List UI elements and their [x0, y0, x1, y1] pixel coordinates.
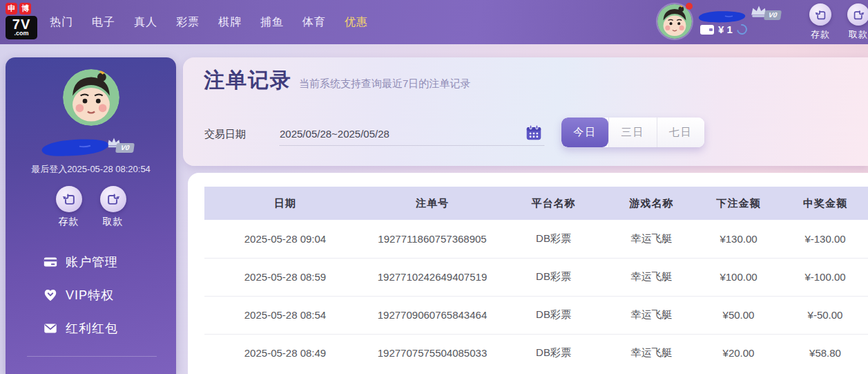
sidebar-quick-actions: 存款取款: [6, 186, 176, 228]
cell-game: 幸运飞艇: [608, 220, 695, 258]
balance-amount: ¥ 1: [718, 24, 733, 35]
tab-3days[interactable]: 三日: [608, 118, 656, 147]
top-navbar: 申 博 7V .com 热门电子真人彩票棋牌捕鱼体育优惠 V0 ¥ 1 存款取款: [0, 0, 868, 44]
sidebar-item-vip[interactable]: VIP特权: [6, 279, 176, 312]
sidebar-item-bonus[interactable]: 红利红包: [6, 312, 176, 345]
logo-badge-2: 博: [19, 3, 31, 15]
cell-win_amount: ¥-50.00: [782, 296, 868, 334]
bet-table-body: 2025-05-28 09:041927711860757368905DB彩票幸…: [204, 220, 868, 372]
cell-bet_amount: ¥50.00: [695, 296, 782, 334]
table-row: 2025-05-28 08:491927707575504085033DB彩票幸…: [204, 334, 868, 372]
refresh-balance-icon[interactable]: [735, 22, 749, 37]
cell-game: 幸运飞艇: [608, 258, 695, 296]
cell-platform: DB彩票: [499, 220, 608, 258]
tab-today[interactable]: 今日: [561, 118, 608, 147]
logo-suffix: .com: [6, 30, 37, 37]
withdraw-label: 取款: [100, 216, 126, 228]
vip-level-tag: V0: [115, 143, 135, 153]
sidebar-menu: 账户管理VIP特权红利红包: [6, 245, 176, 345]
col-platform: 平台名称: [499, 187, 608, 220]
title-row: 注单记录 当前系统支持查询最近7日的注单记录: [204, 66, 470, 95]
withdraw-label: 取款: [847, 28, 868, 41]
cell-platform: DB彩票: [499, 334, 608, 372]
nav-item-lottery[interactable]: 彩票: [176, 15, 200, 30]
vip-badge: V0: [750, 4, 786, 22]
censored-username: [696, 10, 747, 24]
vip-level-tag: V0: [764, 10, 782, 20]
deposit-label: 存款: [56, 216, 82, 228]
cell-win_amount: ¥58.80: [782, 334, 868, 372]
withdraw-icon: [847, 3, 868, 26]
cell-bet_no: 1927710242649407519: [366, 258, 499, 296]
avatar-image: [63, 69, 119, 126]
topbar-quick-deposit[interactable]: 存款: [809, 3, 831, 41]
col-bet_amount: 下注金额: [695, 187, 782, 220]
table-row: 2025-05-28 09:041927711860757368905DB彩票幸…: [204, 220, 868, 258]
date-range-field[interactable]: 2025/05/28~2025/05/28: [280, 117, 544, 146]
logo-badges: 申 博: [6, 3, 44, 15]
col-date: 日期: [204, 187, 366, 220]
nav-item-hot[interactable]: 热门: [50, 15, 73, 30]
menu-label-vip: VIP特权: [66, 287, 114, 303]
sidebar: V0 最后登入2025-05-28 08:20:54 存款取款 账户管理VIP特…: [6, 57, 176, 374]
logo-text: 7V: [6, 17, 37, 31]
cell-game: 幸运飞艇: [608, 334, 695, 372]
avatar-image: [657, 4, 692, 39]
last-login-text: 最后登入2025-05-28 08:20:54: [6, 163, 176, 176]
cell-bet_amount: ¥130.00: [695, 220, 782, 258]
cell-date: 2025-05-28 08:59: [204, 258, 366, 296]
nav-item-promo[interactable]: 优惠: [345, 15, 368, 30]
cell-win_amount: ¥-100.00: [782, 258, 868, 296]
menu-label-bonus: 红利红包: [66, 320, 118, 337]
cell-bet_amount: ¥100.00: [695, 258, 782, 296]
censored-username: [37, 135, 112, 159]
menu-label-account: 账户管理: [66, 254, 118, 270]
sidebar-action-deposit[interactable]: 存款: [56, 186, 82, 228]
user-avatar[interactable]: [657, 4, 692, 39]
table-header-row: 日期注单号平台名称游戏名称下注金额中奖金额: [204, 187, 868, 220]
app-window: 申 博 7V .com 热门电子真人彩票棋牌捕鱼体育优惠 V0 ¥ 1 存款取款: [0, 0, 868, 374]
nav-item-live[interactable]: 真人: [134, 15, 157, 30]
cell-platform: DB彩票: [499, 258, 608, 296]
nav-item-fishing[interactable]: 捕鱼: [260, 15, 284, 30]
main-nav: 热门电子真人彩票棋牌捕鱼体育优惠: [50, 0, 368, 44]
date-filter-label: 交易日期: [204, 128, 246, 141]
cell-bet_no: 1927709060765843464: [366, 296, 499, 334]
deposit-icon: [56, 186, 82, 212]
cell-date: 2025-05-28 09:04: [204, 220, 366, 258]
cell-bet_no: 1927707575504085033: [366, 334, 499, 372]
topbar-quick-withdraw[interactable]: 取款: [847, 3, 868, 41]
cell-win_amount: ¥-130.00: [782, 220, 868, 258]
card-icon: [43, 254, 58, 270]
date-range-tabs: 今日三日七日: [561, 118, 704, 147]
sidebar-item-account[interactable]: 账户管理: [6, 245, 176, 279]
nav-item-slots[interactable]: 电子: [92, 15, 115, 30]
bet-table: 日期注单号平台名称游戏名称下注金额中奖金额 2025-05-28 09:0419…: [204, 187, 868, 372]
wallet-icon: [700, 25, 714, 35]
gem-icon: [43, 288, 58, 303]
cell-bet_no: 1927711860757368905: [366, 220, 499, 258]
withdraw-icon: [100, 186, 126, 212]
deposit-icon: [809, 3, 831, 26]
tab-7days[interactable]: 七日: [657, 118, 704, 147]
balance-row: ¥ 1: [700, 24, 747, 35]
cell-date: 2025-05-28 08:54: [204, 296, 366, 334]
nav-item-cards[interactable]: 棋牌: [218, 15, 242, 30]
calendar-icon[interactable]: [525, 124, 543, 142]
bet-table-head: 日期注单号平台名称游戏名称下注金额中奖金额: [204, 187, 868, 220]
cell-bet_amount: ¥20.00: [695, 334, 782, 372]
nav-item-sports[interactable]: 体育: [302, 15, 326, 30]
page-title: 注单记录: [204, 66, 292, 95]
sidebar-action-withdraw[interactable]: 取款: [100, 186, 126, 228]
logo-box: 7V .com: [6, 16, 37, 39]
cell-game: 幸运飞艇: [608, 296, 695, 334]
cell-date: 2025-05-28 08:49: [204, 334, 366, 372]
brand-logo[interactable]: 申 博 7V .com: [6, 3, 44, 41]
page-header-card: 注单记录 当前系统支持查询最近7日的注单记录 交易日期 2025/05/28~2…: [183, 57, 868, 166]
notification-dot: [686, 3, 693, 10]
sidebar-avatar[interactable]: [63, 69, 119, 126]
table-row: 2025-05-28 08:591927710242649407519DB彩票幸…: [204, 258, 868, 296]
deposit-label: 存款: [809, 28, 831, 41]
envelope-icon: [43, 321, 58, 336]
logo-badge-1: 申: [6, 3, 17, 15]
